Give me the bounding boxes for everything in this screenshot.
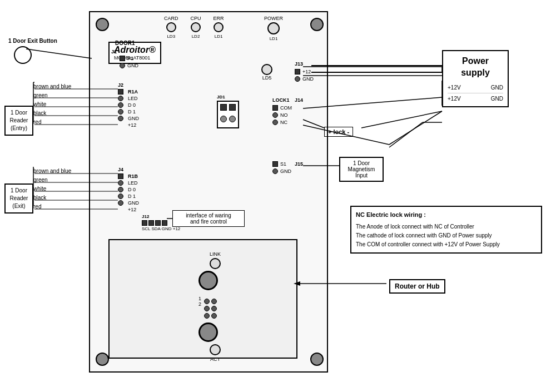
led-err: ERR LD1 xyxy=(214,16,224,39)
nc-info-box: NC Electric lock wiring : The Anode of l… xyxy=(350,206,542,254)
exit-button-label: 1 Door Exit Button xyxy=(8,38,57,44)
brand-name: Adroitor® xyxy=(114,45,156,55)
jd1-connector: JD1 xyxy=(217,95,239,128)
j15-connector: S1 GND xyxy=(272,161,291,174)
r1a-wire-labels: brown and blue green white black red xyxy=(33,82,71,127)
j14-label: J14 xyxy=(295,97,303,103)
j13-pin1 xyxy=(295,69,300,75)
lock1-connector: LOCK1 COM NO NC xyxy=(272,97,292,125)
link-circle xyxy=(210,258,221,269)
led-err-circle xyxy=(214,22,224,32)
power-supply-box: Powersupply +12V GND +12V GND xyxy=(442,50,509,107)
j13-label: J13 xyxy=(295,61,314,67)
net-pins xyxy=(204,299,217,319)
power-supply-outputs: +12V GND +12V GND xyxy=(448,85,503,102)
diagram-container: CARD LD3 CPU LD2 ERR LD1 POWER LD1 Adroi… xyxy=(0,0,556,392)
corner-circle-tr xyxy=(310,18,324,31)
led-power: POWER LD1 xyxy=(264,16,283,41)
led-card: CARD LD3 xyxy=(164,16,178,39)
act-indicator: ACT xyxy=(210,343,221,362)
j4-label: J4 xyxy=(118,167,139,172)
p1-pin2 xyxy=(120,63,125,68)
power-supply-title: Powersupply xyxy=(448,56,503,79)
corner-circle-bl xyxy=(96,353,109,366)
svg-line-19 xyxy=(361,111,442,128)
j2-label: J2 xyxy=(118,82,139,88)
svg-line-21 xyxy=(389,111,442,145)
svg-line-29 xyxy=(389,122,423,147)
net-large-circle-2 xyxy=(198,322,218,342)
j12-sublabels: SCL SDA GND +12 xyxy=(142,226,180,231)
r1b-wire-labels: brown and blue green white black red xyxy=(33,167,71,211)
j1-label: J1 xyxy=(111,49,117,54)
link-indicator: LINK xyxy=(210,251,221,270)
lock-text: + lock - xyxy=(324,127,353,137)
magnetism-box: 1 Door Magnetism Input xyxy=(339,157,384,182)
door-reader-entry: 1 Door Reader (Entry) xyxy=(4,106,33,136)
ld5-area: LD5 xyxy=(261,64,272,81)
pin-numbers: 12 xyxy=(198,296,201,307)
nc-info-line2: The cathode of lock connect with GND of … xyxy=(356,231,537,240)
corner-circle-br xyxy=(310,353,324,366)
j15-label: J15 xyxy=(295,161,303,167)
act-circle xyxy=(210,344,221,355)
door1-label: DOOR1 xyxy=(115,40,135,46)
fire-control-label: interface of waringand fire control xyxy=(172,210,245,227)
door-reader-exit: 1 Door Reader (Exit) xyxy=(4,183,33,214)
exit-button-section: 1 Door Exit Button xyxy=(8,38,57,64)
nc-info-line1: The Anode of lock connect with NC of Con… xyxy=(356,222,537,231)
fire-control-text: interface of waringand fire control xyxy=(186,212,231,225)
router-hub-label: Router or Hub xyxy=(389,279,445,294)
j1-connector-area: J1 xyxy=(111,49,117,54)
led-cpu-circle xyxy=(191,22,201,32)
nc-info-line3: The COM of controller connect with +12V … xyxy=(356,240,537,249)
r1b-connector-group: J4 R1B LED D 0 D 1 GND +12 xyxy=(118,167,139,212)
p1-pin1 xyxy=(120,56,125,61)
r1a-connector-group: J2 R1A xyxy=(118,82,139,128)
r1b-label: R1B xyxy=(128,173,139,179)
nc-info-title: NC Electric lock wiring : xyxy=(356,210,537,220)
net-large-circle-1 xyxy=(198,271,218,290)
corner-circle-tl xyxy=(96,18,109,31)
r1a-label: R1A xyxy=(128,89,139,95)
network-area: LINK 12 ACT xyxy=(108,239,297,359)
jd1-block xyxy=(217,101,239,128)
exit-button-circle xyxy=(14,46,32,64)
led-cpu: CPU LD2 xyxy=(191,16,201,39)
p1-pins: P1 GND xyxy=(120,56,138,68)
led-card-circle xyxy=(166,22,176,32)
j13-connector: J13 +12 GND xyxy=(295,61,314,82)
j13-pin2 xyxy=(295,76,300,82)
ld5-circle xyxy=(261,64,272,75)
led-power-circle xyxy=(267,22,280,34)
led-indicators-top: CARD LD3 CPU LD2 ERR LD1 xyxy=(164,16,224,39)
